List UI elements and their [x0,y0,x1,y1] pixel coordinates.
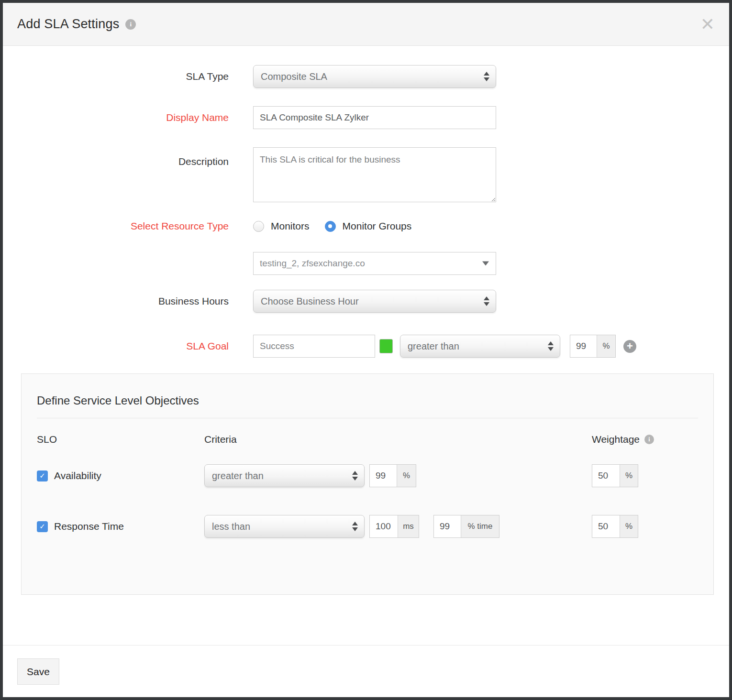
monitors-radio[interactable] [253,221,264,232]
dialog-header: Add SLA Settings i ✕ [3,3,729,46]
display-name-label: Display Name [3,112,229,123]
response-time-percent-input[interactable] [434,515,461,537]
business-hours-selected-value: Choose Business Hour [261,296,359,307]
dialog-body: SLA Type Composite SLA Display Name Desc… [3,46,729,595]
add-sla-settings-dialog: Add SLA Settings i ✕ SLA Type Composite … [0,0,732,700]
criteria-column-header: Criteria [204,434,592,445]
select-spinner-icon [484,296,489,306]
availability-threshold-group: % [369,464,416,487]
radio-dot [328,224,332,228]
dialog-footer: Save [3,645,729,697]
monitor-groups-row: testing_2, zfsexchange.co [3,252,729,275]
description-row: Description This SLA is critical for the… [3,147,729,202]
save-button[interactable]: Save [17,658,59,685]
response-time-weightage-input[interactable] [592,515,620,537]
percent-unit-label: % [397,465,416,487]
title-info-icon[interactable]: i [125,19,136,30]
sla-goal-threshold-group: % [570,335,616,358]
monitors-radio-label[interactable]: Monitors [271,220,310,232]
monitor-groups-dropdown[interactable]: testing_2, zfsexchange.co [253,252,496,275]
select-spinner-icon [548,341,554,351]
availability-weightage-input[interactable] [592,465,620,487]
resource-type-label: Select Resource Type [3,220,229,232]
sla-goal-condition-value: greater than [408,341,459,352]
description-textarea[interactable]: This SLA is critical for the business [253,147,496,202]
availability-label: Availability [54,470,101,481]
percent-time-unit-label: % time [461,515,499,537]
response-time-checkbox[interactable]: ✓ [37,521,48,532]
response-time-condition-value: less than [212,521,250,532]
close-icon[interactable]: ✕ [700,16,715,33]
display-name-row: Display Name [3,106,729,129]
ms-unit-label: ms [398,515,419,537]
dialog-title: Add SLA Settings [17,17,119,32]
weightage-info-icon[interactable]: i [644,435,654,444]
monitor-groups-radio-label[interactable]: Monitor Groups [343,220,412,232]
slo-row-response-time: ✓ Response Time less than ms % [37,515,698,538]
sla-goal-condition-select[interactable]: greater than [400,335,560,358]
business-hours-row: Business Hours Choose Business Hour [3,290,729,313]
status-color-swatch [379,339,393,353]
sla-type-row: SLA Type Composite SLA [3,65,729,88]
sla-goal-row: SLA Goal greater than % + [3,335,729,358]
slo-header-row: SLO Criteria Weightage i [37,434,698,445]
sla-goal-threshold-input[interactable] [570,335,597,357]
select-spinner-icon [352,522,358,531]
response-time-percent-group: % time [433,515,499,538]
business-hours-label: Business Hours [3,295,229,307]
availability-threshold-input[interactable] [370,465,397,487]
slo-section-title: Define Service Level Objectives [37,394,698,407]
slo-row-availability: ✓ Availability greater than % [37,464,698,487]
availability-condition-value: greater than [212,470,264,481]
add-goal-icon[interactable]: + [623,340,636,353]
select-spinner-icon [352,471,358,481]
description-label: Description [3,147,229,167]
availability-checkbox[interactable]: ✓ [37,470,48,481]
sla-goal-label: SLA Goal [3,340,229,352]
response-time-ms-input[interactable] [370,515,398,537]
divider [37,418,698,418]
response-time-weightage-group: % [592,515,638,538]
monitor-groups-radio[interactable] [325,221,336,232]
caret-down-icon [482,262,489,266]
availability-weightage-group: % [592,464,638,487]
percent-unit-label: % [597,335,615,357]
business-hours-select[interactable]: Choose Business Hour [253,290,496,313]
sla-goal-metric-input[interactable] [253,335,375,358]
display-name-input[interactable] [253,106,496,129]
response-time-label: Response Time [54,521,124,532]
slo-section: Define Service Level Objectives SLO Crit… [21,373,714,595]
response-time-condition-select[interactable]: less than [204,515,365,538]
availability-condition-select[interactable]: greater than [204,464,365,487]
percent-unit-label: % [620,515,638,537]
percent-unit-label: % [620,465,638,487]
resource-type-row: Select Resource Type Monitors Monitor Gr… [3,220,729,232]
response-time-ms-group: ms [369,515,419,538]
sla-type-select[interactable]: Composite SLA [253,65,496,88]
slo-column-header: SLO [37,434,204,445]
weightage-column-header: Weightage [592,434,640,445]
sla-type-selected-value: Composite SLA [261,71,327,82]
select-spinner-icon [484,72,489,81]
monitor-groups-selected-value: testing_2, zfsexchange.co [260,258,365,269]
sla-type-label: SLA Type [3,71,229,82]
